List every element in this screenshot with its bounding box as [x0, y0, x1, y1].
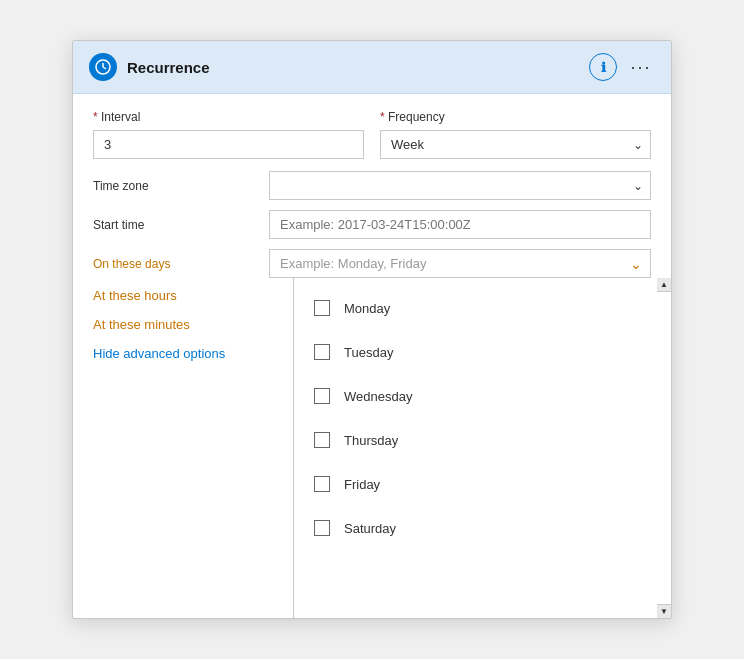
interval-label: Interval	[93, 110, 364, 124]
saturday-checkbox[interactable]	[314, 520, 330, 536]
scroll-up-button[interactable]: ▲	[657, 278, 671, 292]
on-these-days-placeholder: Example: Monday, Friday	[280, 256, 620, 271]
scroll-down-button[interactable]: ▼	[657, 604, 671, 618]
hide-advanced-row: Hide advanced options	[93, 346, 273, 361]
day-item-monday[interactable]: Monday	[294, 286, 671, 330]
interval-input[interactable]	[93, 130, 364, 159]
dropdown-panel: Monday Tuesday Wednesday Thursday	[293, 278, 671, 618]
dialog-title: Recurrence	[127, 59, 589, 76]
tuesday-label: Tuesday	[344, 345, 393, 360]
at-these-minutes-label: At these minutes	[93, 317, 190, 332]
friday-label: Friday	[344, 477, 380, 492]
timezone-row: Time zone ⌄	[93, 171, 651, 200]
timezone-input-col: ⌄	[269, 171, 651, 200]
days-scroll-area[interactable]: Monday Tuesday Wednesday Thursday	[294, 278, 671, 618]
frequency-select-wrapper: Minute Hour Day Week Month ⌄	[380, 130, 651, 159]
lower-section: At these hours At these minutes Hide adv…	[73, 278, 671, 618]
thursday-checkbox[interactable]	[314, 432, 330, 448]
on-these-days-field[interactable]: Example: Monday, Friday ⌄	[269, 249, 651, 278]
start-time-input[interactable]	[269, 210, 651, 239]
at-these-minutes-row: At these minutes	[93, 317, 273, 332]
ellipsis-icon: ···	[630, 57, 651, 78]
day-item-tuesday[interactable]: Tuesday	[294, 330, 671, 374]
thursday-label: Thursday	[344, 433, 398, 448]
form-top-section: Interval Frequency Minute Hour Day Week …	[73, 94, 671, 278]
recurrence-icon	[89, 53, 117, 81]
friday-checkbox[interactable]	[314, 476, 330, 492]
timezone-label-col: Time zone	[93, 171, 253, 193]
info-icon: ℹ	[601, 60, 606, 75]
wednesday-checkbox[interactable]	[314, 388, 330, 404]
left-labels: At these hours At these minutes Hide adv…	[73, 278, 293, 618]
more-options-button[interactable]: ···	[627, 53, 655, 81]
start-time-label-col: Start time	[93, 210, 253, 232]
wednesday-label: Wednesday	[344, 389, 412, 404]
svg-line-2	[103, 67, 106, 69]
monday-label: Monday	[344, 301, 390, 316]
start-time-row: Start time	[93, 210, 651, 239]
recurrence-dialog: Recurrence ℹ ··· Interval Frequency Minu…	[72, 40, 672, 619]
day-item-thursday[interactable]: Thursday	[294, 418, 671, 462]
hide-advanced-link[interactable]: Hide advanced options	[93, 346, 225, 361]
start-time-label: Start time	[93, 218, 144, 232]
on-these-days-input-col: Example: Monday, Friday ⌄	[269, 249, 651, 278]
header-actions: ℹ ···	[589, 53, 655, 81]
interval-group: Interval	[93, 110, 364, 159]
clock-svg	[95, 59, 111, 75]
day-item-saturday[interactable]: Saturday	[294, 506, 671, 550]
timezone-label: Time zone	[93, 179, 149, 193]
timezone-select[interactable]	[269, 171, 651, 200]
info-button[interactable]: ℹ	[589, 53, 617, 81]
frequency-group: Frequency Minute Hour Day Week Month ⌄	[380, 110, 651, 159]
day-item-friday[interactable]: Friday	[294, 462, 671, 506]
at-these-hours-label: At these hours	[93, 288, 177, 303]
interval-frequency-row: Interval Frequency Minute Hour Day Week …	[93, 110, 651, 159]
scroll-up-icon: ▲	[660, 280, 668, 289]
day-item-wednesday[interactable]: Wednesday	[294, 374, 671, 418]
at-these-hours-row: At these hours	[93, 288, 273, 303]
saturday-label: Saturday	[344, 521, 396, 536]
start-time-input-col	[269, 210, 651, 239]
on-these-days-chevron-icon: ⌄	[630, 256, 642, 272]
monday-checkbox[interactable]	[314, 300, 330, 316]
dialog-header: Recurrence ℹ ···	[73, 41, 671, 94]
frequency-label: Frequency	[380, 110, 651, 124]
timezone-select-wrapper: ⌄	[269, 171, 651, 200]
frequency-select[interactable]: Minute Hour Day Week Month	[380, 130, 651, 159]
on-these-days-row: On these days Example: Monday, Friday ⌄	[93, 249, 651, 278]
on-these-days-label-col: On these days	[93, 249, 253, 271]
tuesday-checkbox[interactable]	[314, 344, 330, 360]
scroll-down-icon: ▼	[660, 607, 668, 616]
on-these-days-label: On these days	[93, 257, 170, 271]
